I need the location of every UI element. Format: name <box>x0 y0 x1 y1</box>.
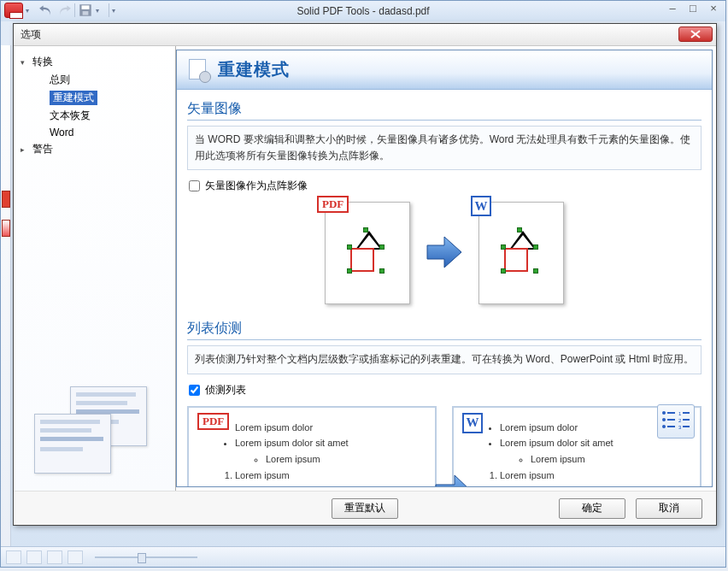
divider <box>187 339 702 340</box>
svg-point-3 <box>662 411 666 415</box>
list-item: Lorem ipsum <box>235 468 426 484</box>
pdf-card: PDF <box>325 202 410 304</box>
app-window: ▾ ▾ ▾ Solid PDF Tools - dadasd.pdf – □ ×… <box>0 0 726 568</box>
save-dropdown[interactable]: ▾ <box>96 7 106 15</box>
undo-icon[interactable] <box>38 3 54 18</box>
minimize-button[interactable]: – <box>664 3 681 16</box>
tree-label: 文本恢复 <box>50 109 91 123</box>
tree-expand-icon[interactable]: ▸ <box>21 145 31 154</box>
svg-rect-7 <box>667 419 675 421</box>
view-mode-icon[interactable] <box>6 550 21 564</box>
arrow-right-icon <box>434 473 473 486</box>
list-item: Lorem ipsum dolor <box>235 420 426 436</box>
options-dialog: 选项 ▾ 转换 总则 重建模式 文本恢复 Word ▸ 警告 <box>13 23 717 526</box>
decorative-thumbnail-icon <box>27 386 164 480</box>
background-tab-icon <box>2 191 10 208</box>
section-vector-title: 矢量图像 <box>187 100 702 118</box>
svg-point-4 <box>662 418 666 421</box>
detect-list-checkbox[interactable] <box>189 385 200 396</box>
checkbox-label: 矢量图像作为点阵影像 <box>205 179 308 193</box>
tree-node-general[interactable]: 总则 <box>19 71 170 89</box>
toolbar-separator <box>74 3 75 17</box>
pdf-badge-icon: PDF <box>197 413 229 430</box>
options-tree: ▾ 转换 总则 重建模式 文本恢复 Word ▸ 警告 <box>14 46 176 491</box>
content-title: 重建模式 <box>218 58 290 81</box>
list-illustration: PDF Lorem ipsum dolor Lorem ipsum dolor … <box>187 406 702 486</box>
svg-rect-6 <box>667 412 675 414</box>
svg-text:2: 2 <box>678 418 682 423</box>
dialog-close-button[interactable] <box>678 26 713 42</box>
list-item: Lorem ipsum dolor <box>235 483 426 486</box>
pdf-badge-icon: PDF <box>317 196 349 213</box>
app-menu-dropdown[interactable]: ▾ <box>26 7 36 15</box>
pdf-list-card: PDF Lorem ipsum dolor Lorem ipsum dolor … <box>187 406 437 486</box>
zoom-slider[interactable] <box>95 556 197 558</box>
tree-node-word[interactable]: Word <box>19 125 170 140</box>
detect-list-checkbox-row[interactable]: 侦测列表 <box>189 383 702 397</box>
list-item: Lorem ipsum <box>266 451 426 468</box>
close-button[interactable]: × <box>705 3 722 16</box>
svg-point-5 <box>662 425 666 428</box>
content-header: 重建模式 <box>177 50 712 90</box>
tree-label: 转换 <box>32 55 53 69</box>
options-content-panel: 重建模式 矢量图像 当 WORD 要求编辑和调整大小的时候，矢量图像具有诸多优势… <box>176 50 713 487</box>
dialog-button-bar: 重置默认 确定 取消 <box>14 491 716 525</box>
tree-node-warnings[interactable]: ▸ 警告 <box>19 140 170 158</box>
section-list-title: 列表侦测 <box>187 320 702 338</box>
svg-rect-2 <box>83 11 89 15</box>
app-logo-icon[interactable] <box>4 3 23 18</box>
tree-node-rebuild-mode[interactable]: 重建模式 <box>19 89 170 107</box>
view-mode-icon[interactable] <box>47 550 62 564</box>
toolbar-separator <box>109 3 109 17</box>
word-badge-icon: W <box>462 413 483 433</box>
divider <box>187 120 702 121</box>
content-scroll-area[interactable]: 矢量图像 当 WORD 要求编辑和调整大小的时候，矢量图像具有诸多优势。Word… <box>177 90 712 486</box>
background-sidebar <box>1 45 11 563</box>
shapes-icon <box>497 229 545 277</box>
tree-collapse-icon[interactable]: ▾ <box>21 58 31 67</box>
vector-to-raster-checkbox[interactable] <box>189 180 200 191</box>
svg-rect-1 <box>82 5 90 9</box>
list-item: Lorem ipsum <box>531 451 691 468</box>
list-item: Lorem ipsum dolor <box>500 483 691 486</box>
list-style-icon: 123 <box>657 404 695 439</box>
word-list-card: W 123 Lorem ipsum dolor Lorem ipsum dolo… <box>452 406 702 486</box>
svg-rect-13 <box>683 419 690 421</box>
maximize-button[interactable]: □ <box>684 3 702 16</box>
section-vector-description: 当 WORD 要求编辑和调整大小的时候，矢量图像具有诸多优势。Word 无法处理… <box>187 126 702 170</box>
svg-text:1: 1 <box>678 411 682 416</box>
svg-rect-8 <box>667 426 675 427</box>
word-badge-icon: W <box>471 196 491 216</box>
dialog-titlebar[interactable]: 选项 <box>14 24 716 46</box>
list-item: Lorem ipsum dolor sit amet <box>235 435 426 451</box>
tree-label: 警告 <box>32 142 53 156</box>
vector-illustration: PDF W <box>187 202 702 304</box>
svg-rect-12 <box>683 412 690 414</box>
view-mode-icon[interactable] <box>26 550 42 564</box>
tree-node-convert[interactable]: ▾ 转换 <box>19 53 170 71</box>
reset-defaults-button[interactable]: 重置默认 <box>332 498 398 519</box>
dialog-title: 选项 <box>21 27 41 42</box>
arrow-right-icon <box>426 235 463 272</box>
vector-to-raster-checkbox-row[interactable]: 矢量图像作为点阵影像 <box>189 179 702 193</box>
ok-button[interactable]: 确定 <box>559 498 625 519</box>
app-titlebar: ▾ ▾ ▾ Solid PDF Tools - dadasd.pdf – □ × <box>1 1 725 21</box>
status-bar <box>1 546 725 567</box>
word-card: W <box>478 202 564 304</box>
redo-icon[interactable] <box>56 3 72 18</box>
tree-node-text-recovery[interactable]: 文本恢复 <box>19 107 170 125</box>
shapes-icon <box>343 229 391 277</box>
page-gear-icon <box>189 59 209 81</box>
quick-access-toolbar: ▾ ▾ ▾ <box>4 3 122 18</box>
svg-rect-14 <box>683 426 690 427</box>
save-icon[interactable] <box>78 3 93 18</box>
view-mode-icon[interactable] <box>68 550 83 564</box>
list-item: Lorem ipsum <box>500 468 691 484</box>
svg-text:3: 3 <box>678 425 682 430</box>
section-list-description: 列表侦测乃针对整个文档内层级数字或插塞标记的列表重建。可在转换为 Word、Po… <box>187 345 702 374</box>
tree-label: 总则 <box>50 73 70 87</box>
cancel-button[interactable]: 取消 <box>636 498 702 519</box>
background-tab-icon <box>2 220 10 237</box>
tree-label-selected: 重建模式 <box>50 91 97 105</box>
qat-customize-dropdown[interactable]: ▾ <box>112 7 122 15</box>
